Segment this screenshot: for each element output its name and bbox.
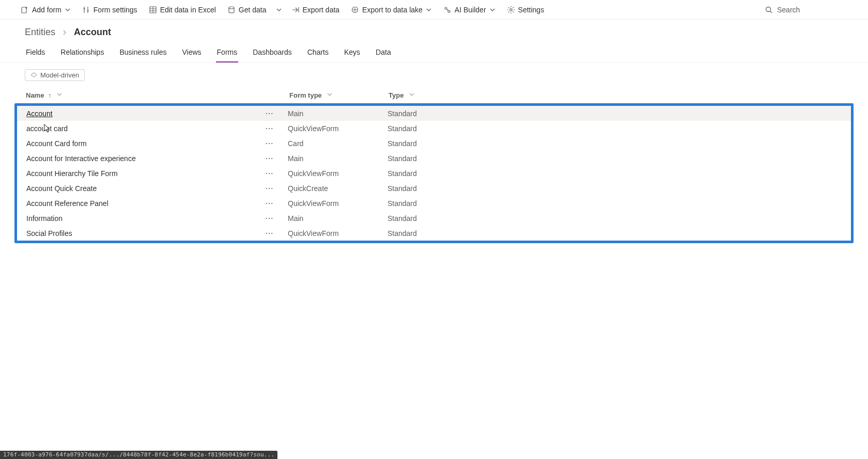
excel-icon [149, 6, 157, 14]
cell-formtype: QuickViewForm [288, 229, 388, 238]
row-more-button[interactable]: ⋯ [265, 168, 288, 178]
table-row[interactable]: Social Profiles⋯QuickViewFormStandard [17, 226, 851, 241]
cell-type: Standard [388, 169, 842, 178]
form-settings-button[interactable]: Form settings [77, 3, 143, 17]
chevron-down-icon [409, 91, 415, 98]
svg-point-5 [448, 10, 450, 12]
export-data-button[interactable]: Export data [286, 3, 345, 17]
ai-builder-button[interactable]: AI Builder [438, 3, 501, 17]
cell-name[interactable]: Account Hierarchy Tile Form [26, 169, 265, 178]
cell-name[interactable]: Account [26, 109, 265, 118]
forms-table: Name ↑ Form type Type Account⋯MainStanda… [0, 87, 868, 258]
cell-name[interactable]: Account Card form [26, 139, 265, 148]
edit-excel-button[interactable]: Edit data in Excel [144, 3, 221, 17]
table-row[interactable]: Account Quick Create⋯QuickCreateStandard [17, 181, 851, 196]
column-header-formtype[interactable]: Form type [289, 91, 389, 99]
export-lake-label: Export to data lake [362, 6, 423, 14]
add-form-icon [21, 6, 29, 14]
tab-data[interactable]: Data [375, 45, 392, 62]
chevron-down-icon [489, 7, 495, 13]
ai-builder-icon [443, 6, 452, 14]
column-header-name[interactable]: Name ↑ [26, 91, 289, 99]
svg-point-4 [445, 7, 447, 9]
row-more-button[interactable]: ⋯ [265, 198, 288, 208]
model-driven-filter[interactable]: Model-driven [25, 69, 85, 81]
chevron-down-icon [327, 91, 333, 98]
status-bar: 176f-4003-a976-64fa07937daa/s/.../8448b7… [0, 451, 277, 459]
get-data-chevron[interactable] [273, 4, 285, 16]
search-input[interactable]: Search [760, 4, 853, 16]
tab-dashboards[interactable]: Dashboards [252, 45, 293, 62]
tab-charts[interactable]: Charts [306, 45, 330, 62]
chevron-down-icon [276, 7, 282, 13]
row-more-button[interactable]: ⋯ [265, 228, 288, 238]
tab-business-rules[interactable]: Business rules [118, 45, 167, 62]
get-data-button[interactable]: Get data [222, 3, 272, 17]
export-data-label: Export data [303, 6, 340, 14]
svg-point-6 [509, 8, 512, 10]
cell-type: Standard [388, 124, 842, 133]
row-more-button[interactable]: ⋯ [265, 153, 288, 163]
settings-button[interactable]: Settings [502, 3, 550, 17]
cell-formtype: QuickCreate [288, 184, 388, 193]
column-header-type[interactable]: Type [389, 91, 842, 99]
cell-formtype: Main [288, 154, 388, 163]
export-icon [291, 6, 300, 14]
cell-type: Standard [388, 199, 842, 208]
cell-name[interactable]: Social Profiles [26, 229, 265, 238]
svg-rect-0 [22, 7, 26, 13]
cell-formtype: Card [288, 139, 388, 148]
tab-keys[interactable]: Keys [343, 45, 361, 62]
tab-views[interactable]: Views [181, 45, 202, 62]
cell-formtype: QuickViewForm [288, 124, 388, 133]
chevron-down-icon [65, 7, 71, 13]
table-row[interactable]: Account Hierarchy Tile Form⋯QuickViewFor… [17, 166, 851, 181]
add-form-button[interactable]: Add form [16, 3, 76, 17]
sliders-icon [82, 6, 90, 14]
cell-name[interactable]: Account for Interactive experience [26, 154, 265, 163]
cell-type: Standard [388, 214, 842, 223]
cell-type: Standard [388, 109, 842, 118]
table-row[interactable]: account card⋯QuickViewFormStandard [17, 121, 851, 136]
tab-fields[interactable]: Fields [25, 45, 46, 62]
get-data-label: Get data [239, 6, 267, 14]
row-more-button[interactable]: ⋯ [265, 183, 288, 193]
svg-point-2 [229, 7, 234, 9]
chevron-right-icon [61, 29, 68, 36]
table-row[interactable]: Account⋯MainStandard [17, 106, 851, 121]
settings-label: Settings [518, 6, 545, 14]
cell-name[interactable]: account card [26, 124, 265, 133]
breadcrumb-current: Account [74, 27, 111, 38]
cell-type: Standard [388, 184, 842, 193]
command-bar: Add form Form settings Edit data in Exce… [0, 0, 868, 20]
filter-icon [30, 72, 37, 78]
add-form-label: Add form [32, 6, 61, 14]
table-row[interactable]: Account Card form⋯CardStandard [17, 136, 851, 151]
table-row[interactable]: Account Reference Panel⋯QuickViewFormSta… [17, 196, 851, 211]
search-placeholder: Search [777, 6, 800, 14]
gear-icon [507, 6, 515, 14]
filter-label: Model-driven [40, 71, 79, 79]
filter-row: Model-driven [0, 63, 868, 87]
row-more-button[interactable]: ⋯ [265, 138, 288, 148]
row-more-button[interactable]: ⋯ [265, 213, 288, 223]
entity-tabs: FieldsRelationshipsBusiness rulesViewsFo… [0, 41, 868, 63]
row-more-button[interactable]: ⋯ [265, 123, 288, 133]
breadcrumb-root[interactable]: Entities [25, 27, 55, 38]
search-icon [765, 6, 773, 14]
row-more-button[interactable]: ⋯ [265, 108, 288, 118]
cell-type: Standard [388, 139, 842, 148]
table-row[interactable]: Information⋯MainStandard [17, 211, 851, 226]
tab-relationships[interactable]: Relationships [59, 45, 105, 62]
cell-name[interactable]: Information [26, 214, 265, 223]
ai-builder-label: AI Builder [455, 6, 486, 14]
data-lake-icon [351, 6, 359, 14]
form-settings-label: Form settings [94, 6, 137, 14]
tab-forms[interactable]: Forms [216, 45, 239, 62]
chevron-down-icon [426, 7, 432, 13]
cell-name[interactable]: Account Reference Panel [26, 199, 265, 208]
table-row[interactable]: Account for Interactive experience⋯MainS… [17, 151, 851, 166]
database-icon [227, 6, 236, 14]
export-lake-button[interactable]: Export to data lake [346, 3, 437, 17]
cell-name[interactable]: Account Quick Create [26, 184, 265, 193]
